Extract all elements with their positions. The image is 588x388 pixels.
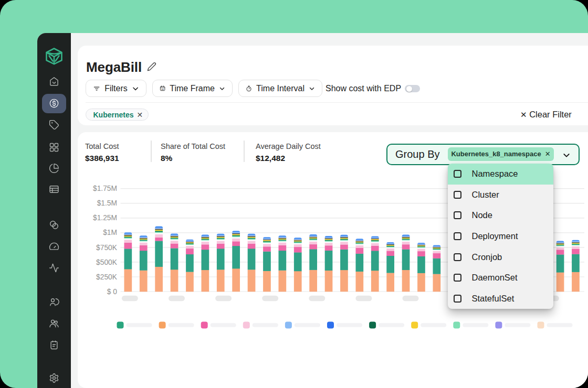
svg-text:$500K: $500K — [96, 258, 118, 266]
svg-text:$1M: $1M — [103, 229, 117, 236]
svg-text:$750K: $750K — [96, 244, 118, 252]
svg-text:$1.5M: $1.5M — [97, 199, 117, 207]
svg-text:$1.75M: $1.75M — [93, 185, 117, 192]
svg-text:$1.25M: $1.25M — [93, 214, 117, 222]
svg-text:$250K: $250K — [96, 273, 118, 281]
svg-text:$ 0: $ 0 — [107, 288, 118, 296]
